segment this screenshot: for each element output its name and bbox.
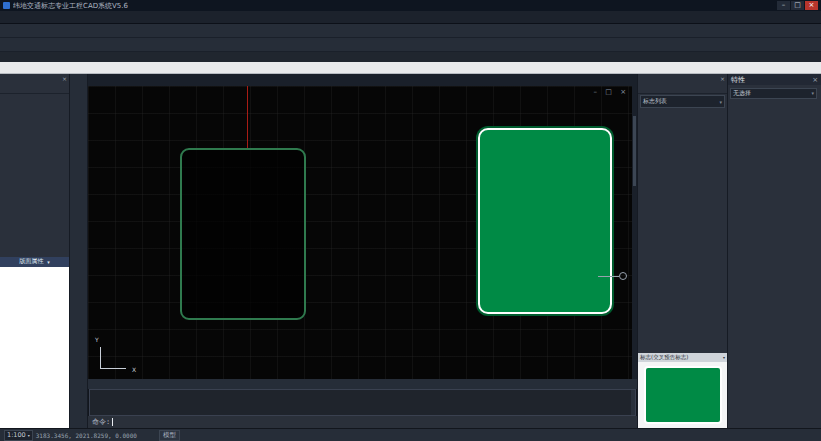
sign-list-panel: × 标志列表▾ 标志(交叉预告标志)▾: [637, 74, 727, 428]
scale-selector[interactable]: 1:100▾: [4, 430, 33, 441]
chevron-down-icon: ▾: [28, 433, 30, 438]
sign-list: [638, 109, 727, 353]
text-caret: [112, 418, 113, 426]
sign-list-dropdown[interactable]: 标志列表▾: [640, 95, 725, 108]
drawing-tab-bar: [88, 74, 637, 86]
minimize-button[interactable]: –: [777, 1, 790, 10]
tree-panel-close-icon[interactable]: ×: [62, 75, 67, 82]
drawing-canvas[interactable]: – □ × YX: [88, 86, 637, 379]
app-menu-row-1: [0, 52, 821, 62]
properties-title: 特性: [731, 75, 745, 85]
ucs-icon: YX: [96, 343, 130, 373]
command-scrollbar[interactable]: [631, 390, 635, 415]
command-prompt: 命令:: [92, 417, 110, 427]
drawing-window-controls[interactable]: – □ ×: [594, 88, 629, 96]
coordinates-readout: 3183.3456, 2021.8259, 0.0000: [36, 432, 137, 439]
maximize-button[interactable]: □: [791, 1, 804, 10]
selection-filter-dropdown[interactable]: 无选择▾: [730, 88, 817, 99]
properties-close-icon[interactable]: ×: [812, 76, 818, 84]
tree-panel-tabs: [0, 82, 69, 94]
command-input[interactable]: 命令:: [88, 416, 637, 428]
layers-properties-toolbar: [0, 38, 821, 52]
close-button[interactable]: ×: [805, 1, 818, 10]
properties-palette: 特性 × 无选择▾: [727, 74, 821, 428]
construction-line: [247, 86, 248, 150]
app-window: 纬地交通标志专业工程CAD系统V5.6 – □ × × 版面属性▾ – □ ×: [0, 0, 821, 441]
status-bar: 1:100▾ 3183.3456, 2021.8259, 0.0000 模型: [0, 428, 821, 441]
chevron-down-icon: ▾: [723, 355, 725, 360]
title-bar: 纬地交通标志专业工程CAD系统V5.6 – □ ×: [0, 0, 821, 11]
list-panel-close-icon[interactable]: ×: [720, 75, 725, 82]
chevron-down-icon: ▾: [811, 90, 814, 96]
standard-toolbar: [0, 24, 821, 38]
project-tree: [0, 94, 69, 257]
snap-marker-icon: [598, 272, 628, 281]
chevron-down-icon: ▾: [719, 99, 722, 105]
sign-preview-area: [638, 362, 727, 428]
app-menu-row-2: [0, 62, 821, 74]
tree-panel-filler: [0, 267, 69, 429]
model-space-button[interactable]: 模型: [159, 430, 180, 441]
list-panel-tabs: [638, 82, 727, 94]
green-guide-sign[interactable]: [478, 128, 612, 314]
preview-header[interactable]: 标志(交叉预告标志)▾: [638, 353, 727, 362]
preview-sign: [644, 366, 722, 424]
menu-bar: [0, 11, 821, 24]
project-tree-panel: × 版面属性▾: [0, 74, 70, 428]
model-layout-tabs: [88, 379, 637, 389]
sign-props-title: 版面属性▾: [0, 257, 69, 267]
draw-tools-toolbar: [70, 74, 88, 428]
canvas-scrollbar[interactable]: [632, 86, 637, 379]
command-history: [89, 389, 636, 416]
window-title: 纬地交通标志专业工程CAD系统V5.6: [13, 1, 777, 11]
app-icon: [3, 2, 10, 9]
wireframe-sign[interactable]: [180, 148, 306, 320]
